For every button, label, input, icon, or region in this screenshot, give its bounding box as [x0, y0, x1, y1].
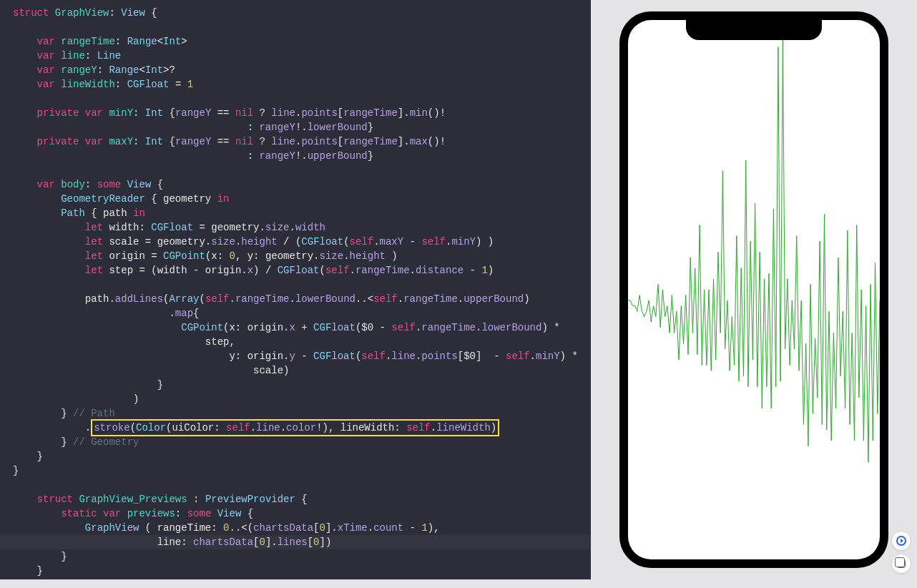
code-line[interactable]: [0, 278, 591, 292]
code-line[interactable]: private var maxY: Int {rangeY == nil ? l…: [0, 134, 591, 149]
code-line[interactable]: : rangeY!.lowerBound}: [0, 120, 591, 134]
code-line[interactable]: y: origin.y - CGFloat(self.line.points[$…: [0, 349, 591, 363]
code-line[interactable]: .stroke(Color(uiColor: self.line.color!)…: [0, 421, 591, 435]
code-line[interactable]: var lineWidth: CGFloat = 1: [0, 77, 591, 92]
code-line[interactable]: scale): [0, 363, 591, 378]
code-line[interactable]: [0, 163, 591, 177]
device-screen: [628, 20, 880, 559]
code-line[interactable]: GraphView ( rangeTime: 0..<(chartsData[0…: [0, 521, 591, 535]
code-line[interactable]: let scale = geometry.size.height / (CGFl…: [0, 235, 591, 249]
code-line[interactable]: let width: CGFloat = geometry.size.width: [0, 220, 591, 235]
code-line[interactable]: ): [0, 392, 591, 406]
code-line[interactable]: .map{: [0, 306, 591, 320]
code-line[interactable]: static var previews: some View {: [0, 506, 591, 521]
code-line[interactable]: var line: Line: [0, 49, 591, 63]
code-line[interactable]: var rangeY: Range<Int>?: [0, 63, 591, 77]
code-line[interactable]: }: [0, 564, 591, 578]
graph-line-chart: [628, 20, 880, 559]
code-line[interactable]: }: [0, 549, 591, 564]
code-line[interactable]: let step = (width - origin.x) / CGFloat(…: [0, 263, 591, 278]
code-line[interactable]: struct GraphView: View {: [0, 6, 591, 20]
code-line[interactable]: Path { path in: [0, 206, 591, 220]
code-line[interactable]: var body: some View {: [0, 177, 591, 192]
code-line[interactable]: [0, 478, 591, 492]
code-editor[interactable]: struct GraphView: View { var rangeTime: …: [0, 0, 591, 579]
app-root: struct GraphView: View { var rangeTime: …: [0, 0, 917, 588]
code-container: struct GraphView: View { var rangeTime: …: [0, 6, 591, 578]
code-line[interactable]: line: chartsData[0].lines[0]): [0, 535, 591, 549]
code-line[interactable]: private var minY: Int {rangeY == nil ? l…: [0, 106, 591, 120]
preview-pane: [591, 0, 917, 579]
code-line[interactable]: } // Geometry: [0, 435, 591, 449]
code-line[interactable]: step,: [0, 335, 591, 349]
code-line[interactable]: path.addLines(Array(self.rangeTime.lower…: [0, 292, 591, 306]
code-line[interactable]: struct GraphView_Previews : PreviewProvi…: [0, 492, 591, 506]
duplicate-preview-button[interactable]: [891, 554, 911, 574]
highlighted-stroke-call: stroke(Color(uiColor: self.line.color!),…: [91, 419, 499, 436]
duplicate-icon: [897, 559, 906, 568]
code-line[interactable]: : rangeY!.upperBound}: [0, 149, 591, 163]
code-line[interactable]: }: [0, 449, 591, 464]
code-line[interactable]: CGPoint(x: origin.x + CGFloat($0 - self.…: [0, 320, 591, 335]
code-line[interactable]: }: [0, 464, 591, 478]
code-line[interactable]: GeometryReader { geometry in: [0, 192, 591, 206]
code-line[interactable]: [0, 20, 591, 34]
play-icon: [896, 536, 906, 546]
code-line[interactable]: } // Path: [0, 406, 591, 421]
preview-controls: [891, 531, 911, 574]
device-frame: [619, 11, 888, 568]
device-notch: [686, 20, 822, 40]
code-line[interactable]: [0, 92, 591, 106]
live-preview-button[interactable]: [891, 531, 911, 551]
code-line[interactable]: let origin = CGPoint(x: 0, y: geometry.s…: [0, 249, 591, 263]
code-line[interactable]: }: [0, 378, 591, 392]
code-line[interactable]: var rangeTime: Range<Int>: [0, 34, 591, 49]
